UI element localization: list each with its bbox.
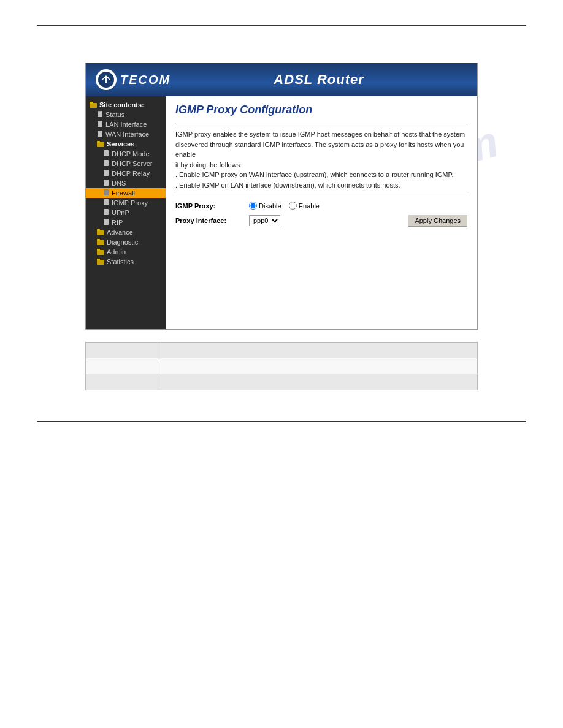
table-cell (159, 374, 478, 390)
radio-enable[interactable] (289, 202, 297, 210)
panel-divider2 (175, 195, 467, 195)
svg-rect-5 (98, 111, 101, 112)
table-cell (159, 343, 478, 358)
sidebar-item-diagnostic[interactable]: Diagnostic (86, 237, 166, 247)
sidebar-item-rip[interactable]: RIP (86, 218, 166, 227)
svg-rect-8 (97, 142, 104, 147)
sidebar-label-statistics: Statistics (107, 258, 134, 265)
router-title: ADSL Router (170, 72, 467, 88)
router-header: T TECOM ADSL Router (86, 63, 477, 96)
brand-name: TECOM (120, 73, 170, 87)
svg-rect-18 (97, 230, 104, 235)
desc-line-5: . Enable IGMP on LAN interface (downstre… (175, 181, 400, 189)
router-body: Site contents: Status LAN Interface WAN … (86, 96, 477, 329)
igmp-proxy-radio-group: Disable Enable (249, 202, 320, 210)
radio-enable-label: Enable (299, 202, 320, 210)
sidebar-item-services[interactable]: Services (86, 139, 166, 149)
svg-rect-19 (97, 229, 100, 231)
desc-line-2: discovered through standard IGMP interfa… (175, 141, 464, 159)
sidebar: Site contents: Status LAN Interface WAN … (86, 96, 166, 329)
site-contents-label: Site contents: (99, 101, 144, 108)
svg-rect-20 (97, 240, 104, 245)
sidebar-item-lan-interface[interactable]: LAN Interface (86, 119, 166, 129)
sidebar-item-dns[interactable]: DNS (86, 178, 166, 188)
svg-rect-21 (97, 239, 100, 241)
svg-rect-17 (104, 219, 109, 225)
sidebar-label-dhcp-relay: DHCP Relay (112, 170, 150, 177)
svg-rect-24 (97, 260, 104, 265)
apply-changes-button[interactable]: Apply Changes (408, 214, 467, 227)
panel-description: IGMP proxy enables the system to issue I… (175, 129, 467, 190)
igmp-proxy-row: IGMP Proxy: Disable Enable (175, 202, 467, 210)
igmp-proxy-label: IGMP Proxy: (175, 202, 243, 210)
svg-rect-23 (97, 249, 100, 251)
svg-rect-10 (104, 150, 109, 156)
sidebar-label-status: Status (105, 111, 124, 118)
svg-rect-2 (90, 103, 97, 108)
sidebar-label-igmp-proxy: IGMP Proxy (112, 199, 148, 207)
table-cell (86, 343, 159, 358)
sidebar-item-upnp[interactable]: UPnP (86, 208, 166, 218)
radio-enable-option[interactable]: Enable (289, 202, 320, 210)
sidebar-label-services: Services (107, 140, 134, 148)
table-row (86, 358, 478, 374)
sidebar-item-admin[interactable]: Admin (86, 247, 166, 257)
router-ui: T TECOM ADSL Router Site contents: Statu… (85, 63, 478, 330)
sidebar-item-igmp-proxy[interactable]: IGMP Proxy (86, 198, 166, 208)
panel-divider (175, 123, 467, 123)
table-cell (86, 358, 159, 374)
sidebar-item-statistics[interactable]: Statistics (86, 257, 166, 267)
sidebar-label-dhcp-mode: DHCP Mode (112, 150, 150, 157)
table-row (86, 374, 478, 390)
table-cell (159, 358, 478, 374)
svg-rect-9 (97, 141, 100, 143)
bottom-table-section (85, 342, 478, 390)
svg-rect-15 (104, 199, 109, 205)
sidebar-label-dhcp-server: DHCP Server (112, 160, 152, 167)
svg-rect-13 (104, 180, 109, 186)
sidebar-item-dhcp-mode[interactable]: DHCP Mode (86, 149, 166, 159)
sidebar-label-upnp: UPnP (112, 209, 129, 216)
table-row (86, 343, 478, 358)
sidebar-label-rip: RIP (112, 219, 123, 226)
sidebar-label-dns: DNS (112, 180, 126, 187)
svg-rect-11 (104, 160, 109, 166)
proxy-interface-select[interactable]: ppp0 (249, 215, 280, 226)
svg-rect-16 (104, 209, 109, 215)
svg-rect-22 (97, 250, 104, 255)
svg-rect-12 (104, 170, 109, 176)
sidebar-label-wan: WAN Interface (105, 131, 149, 138)
sidebar-label-firewall: Firewall (112, 189, 135, 197)
radio-disable-option[interactable]: Disable (249, 202, 282, 210)
sidebar-item-firewall[interactable]: Firewall (86, 188, 166, 198)
tecom-logo-circle: T (96, 69, 117, 90)
sidebar-label-lan: LAN Interface (105, 121, 147, 128)
svg-rect-3 (90, 102, 93, 104)
sidebar-item-dhcp-relay[interactable]: DHCP Relay (86, 169, 166, 178)
sidebar-label-diagnostic: Diagnostic (107, 238, 138, 246)
svg-rect-6 (98, 121, 102, 127)
bottom-rule (37, 421, 526, 422)
table-cell (86, 374, 159, 390)
sidebar-item-status[interactable]: Status (86, 110, 166, 119)
radio-disable[interactable] (249, 202, 257, 210)
radio-disable-label: Disable (259, 202, 282, 210)
site-contents-header: Site contents: (86, 100, 166, 110)
desc-line-1: IGMP proxy enables the system to issue I… (175, 131, 465, 138)
svg-rect-25 (97, 259, 100, 260)
proxy-interface-row: Proxy Interface: ppp0 Apply Changes (175, 214, 467, 227)
svg-rect-7 (98, 131, 102, 137)
desc-line-3: it by doing the follows: (175, 161, 242, 169)
main-panel: IGMP Proxy Configuration IGMP proxy enab… (166, 96, 477, 329)
desc-line-4: . Enable IGMP proxy on WAN interface (up… (175, 171, 453, 178)
sidebar-label-admin: Admin (107, 248, 126, 256)
panel-title: IGMP Proxy Configuration (175, 104, 467, 116)
sidebar-label-advance: Advance (107, 229, 133, 236)
sidebar-item-advance[interactable]: Advance (86, 227, 166, 237)
bottom-table (85, 342, 478, 390)
proxy-interface-label: Proxy Interface: (175, 217, 243, 224)
tecom-logo: T TECOM (96, 69, 170, 90)
sidebar-item-wan-interface[interactable]: WAN Interface (86, 129, 166, 139)
svg-rect-14 (104, 189, 109, 195)
sidebar-item-dhcp-server[interactable]: DHCP Server (86, 159, 166, 169)
